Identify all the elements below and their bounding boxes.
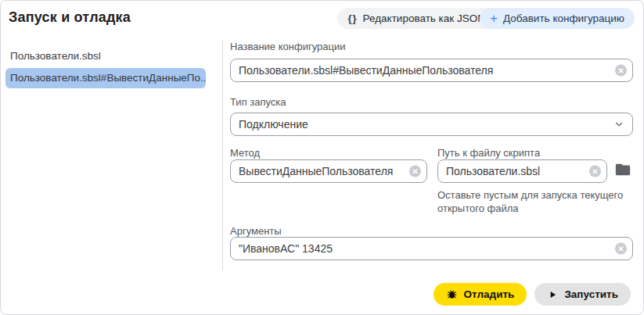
script-path-label: Путь к файлу скрипта xyxy=(437,147,540,159)
folder-icon xyxy=(614,161,631,178)
sidebar-item-config-2-selected[interactable]: Пользователи.sbsl#ВывестиДанныеПо... xyxy=(5,68,206,88)
add-configuration-label: Добавить конфигурацию xyxy=(503,13,624,24)
config-name-field-wrap: ✕ xyxy=(230,59,633,82)
script-path-field-wrap: ✕ xyxy=(437,159,607,183)
run-button-label: Запустить xyxy=(564,288,618,300)
braces-icon: {} xyxy=(347,13,357,24)
sidebar-divider xyxy=(222,40,223,270)
clear-arguments-icon[interactable]: ✕ xyxy=(615,243,627,255)
method-label: Метод xyxy=(230,147,260,159)
page-title: Запуск и отладка xyxy=(9,9,131,26)
method-field-wrap: ✕ xyxy=(230,159,427,183)
run-button[interactable]: Запустить xyxy=(534,283,631,306)
arguments-label: Аргументы xyxy=(230,225,282,237)
launch-type-select[interactable]: Подключение xyxy=(230,113,633,136)
method-input[interactable] xyxy=(230,159,427,183)
clear-method-icon[interactable]: ✕ xyxy=(409,166,421,177)
debug-button[interactable]: Отладить xyxy=(434,283,527,306)
launch-type-label: Тип запуска xyxy=(230,96,286,108)
chevron-down-icon xyxy=(613,119,624,130)
browse-file-button[interactable] xyxy=(613,159,633,180)
config-name-label: Название конфигурации xyxy=(230,41,345,52)
footer-actions: Отладить Запустить xyxy=(434,283,631,306)
debug-button-label: Отладить xyxy=(464,288,515,300)
config-name-input[interactable] xyxy=(230,59,633,82)
add-configuration-button[interactable]: + Добавить конфигурацию xyxy=(480,8,635,29)
clear-script-path-icon[interactable]: ✕ xyxy=(589,166,601,177)
sidebar-item-config-1[interactable]: Пользователи.sbsl xyxy=(5,46,206,66)
arguments-input[interactable] xyxy=(230,237,633,260)
clear-config-name-icon[interactable]: ✕ xyxy=(615,65,627,77)
launch-type-value: Подключение xyxy=(239,118,308,131)
arguments-field-wrap: ✕ xyxy=(230,237,633,260)
edit-as-json-label: Редактировать как JSON xyxy=(363,13,485,24)
play-icon xyxy=(547,289,558,300)
script-path-hint: Оставьте пустым для запуска текущего отк… xyxy=(437,188,639,215)
edit-as-json-button[interactable]: {} Редактировать как JSON xyxy=(337,8,495,29)
bug-icon xyxy=(446,288,458,300)
plus-icon: + xyxy=(490,12,498,25)
run-debug-panel: Запуск и отладка {} Редактировать как JS… xyxy=(0,0,644,315)
script-path-input[interactable] xyxy=(437,159,607,183)
